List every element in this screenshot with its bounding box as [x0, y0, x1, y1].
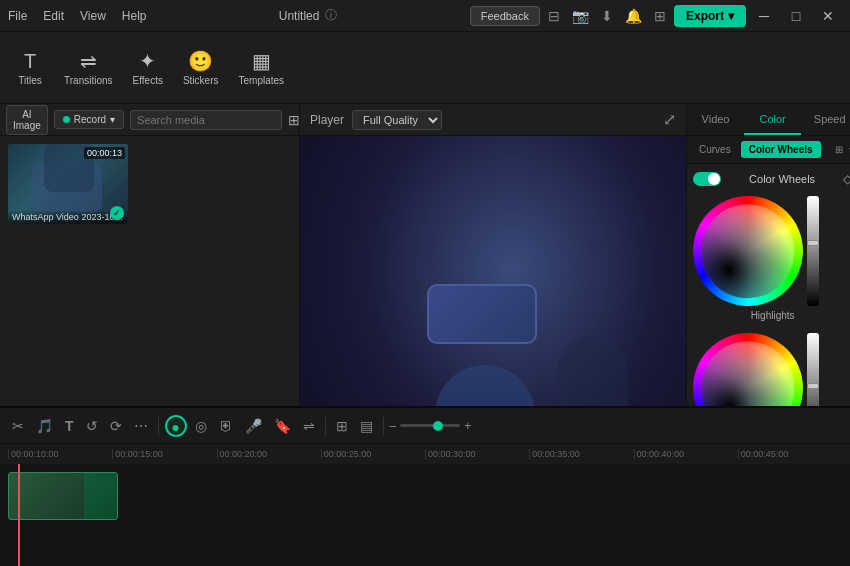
highlights-wheel-wrap	[693, 196, 850, 306]
stickers-label: Stickers	[183, 75, 219, 86]
zoom-slider[interactable]	[400, 424, 460, 427]
record-dot-icon	[63, 116, 70, 123]
toolbar-effects[interactable]: ✦ Effects	[125, 43, 171, 92]
timeline-section: ✂ 🎵 T ↺ ⟳ ⋯ ● ◎ ⛨ 🎤 🔖 ⇌ ⊞ ▤ – + 00:00:10…	[0, 406, 850, 566]
menu-view[interactable]: View	[80, 9, 106, 23]
tab-color[interactable]: Color	[744, 104, 801, 135]
toolbar-icon-3[interactable]: ⬇	[601, 8, 613, 24]
export-chevron-icon: ▾	[728, 9, 734, 23]
zoom-control: – +	[390, 419, 472, 433]
tl-connect-icon[interactable]: ⇌	[299, 416, 319, 436]
tl-bookmark-icon[interactable]: 🔖	[270, 416, 295, 436]
ruler-mark-1: 00:00:15:00	[112, 449, 216, 459]
stickers-icon: 🙂	[188, 49, 213, 73]
templates-icon: ▦	[252, 49, 271, 73]
tl-rotate-icon[interactable]: ↺	[82, 416, 102, 436]
record-button[interactable]: Record ▾	[54, 110, 124, 129]
export-button[interactable]: Export ▾	[674, 5, 746, 27]
highlights-slider-thumb	[807, 240, 819, 246]
search-media-input[interactable]	[130, 110, 282, 130]
effects-icon: ✦	[139, 49, 156, 73]
toolbar-icon-2[interactable]: 📷	[572, 8, 589, 24]
highlights-wheel-item: Highlights	[693, 196, 850, 321]
ruler-mark-0: 00:00:10:00	[8, 449, 112, 459]
player-label: Player	[310, 113, 344, 127]
export-label: Export	[686, 9, 724, 23]
toolbar-icon-5[interactable]: ⊞	[654, 8, 666, 24]
info-icon: ⓘ	[325, 7, 337, 24]
highlights-label: Highlights	[693, 310, 850, 321]
zoom-plus-icon[interactable]: +	[464, 419, 471, 433]
app-title-area: Untitled ⓘ	[279, 7, 338, 24]
ruler-mark-5: 00:00:35:00	[529, 449, 633, 459]
tl-divider-2	[325, 417, 326, 435]
thumb-check-icon: ✓	[110, 206, 124, 220]
close-button[interactable]: ✕	[814, 5, 842, 27]
titlebar: File Edit View Help Untitled ⓘ Feedback …	[0, 0, 850, 32]
tl-record-icon[interactable]: ●	[165, 415, 187, 437]
highlights-slider[interactable]	[807, 196, 819, 306]
titles-label: Titles	[18, 75, 42, 86]
timeline-tracks	[0, 464, 850, 566]
tl-audio-icon[interactable]: 🎵	[32, 416, 57, 436]
toolbar-icon-4[interactable]: 🔔	[625, 8, 642, 24]
tl-more-icon[interactable]: ⋯	[130, 416, 152, 436]
tl-snapshot-icon[interactable]: ◎	[191, 416, 211, 436]
color-sub-tabs: Curves Color Wheels ⊞ ▾	[687, 136, 850, 164]
ruler-mark-6: 00:00:40:00	[634, 449, 738, 459]
toolbar-titles[interactable]: T Titles	[8, 44, 52, 92]
minimize-button[interactable]: ─	[750, 5, 778, 27]
tl-grid-icon[interactable]: ⊞	[332, 416, 352, 436]
media-bar: AI Image Record ▾ ⊞ ⋯	[0, 104, 299, 136]
menu-bar: File Edit View Help	[8, 9, 147, 23]
player-bar: Player Full Quality ⤢	[300, 104, 686, 136]
tab-speed[interactable]: Speed	[801, 104, 850, 135]
ai-image-button[interactable]: AI Image	[6, 105, 48, 135]
layout-icon[interactable]: ⊞	[835, 144, 843, 155]
app-title: Untitled	[279, 9, 320, 23]
timeline-ruler: 00:00:10:00 00:00:15:00 00:00:20:00 00:0…	[0, 444, 850, 464]
record-label: Record	[74, 114, 106, 125]
tl-divider-1	[158, 417, 159, 435]
tl-mic-icon[interactable]: 🎤	[241, 416, 266, 436]
transitions-label: Transitions	[64, 75, 113, 86]
zoom-minus-icon[interactable]: –	[390, 419, 397, 433]
toolbar-templates[interactable]: ▦ Templates	[231, 43, 293, 92]
quality-select[interactable]: Full Quality	[352, 110, 442, 130]
highlights-color-wheel[interactable]	[693, 196, 803, 306]
toolbar-stickers[interactable]: 🙂 Stickers	[175, 43, 227, 92]
toolbar: T Titles ⇌ Transitions ✦ Effects 🙂 Stick…	[0, 32, 850, 104]
tl-text-icon[interactable]: T	[61, 416, 78, 436]
tl-divider-3	[383, 417, 384, 435]
tl-shield-icon[interactable]: ⛨	[215, 416, 237, 436]
ruler-mark-4: 00:00:30:00	[425, 449, 529, 459]
tl-layout-icon[interactable]: ▤	[356, 416, 377, 436]
color-wheels-wand-icon[interactable]: ◇	[843, 172, 850, 186]
tl-speed-icon[interactable]: ⟳	[106, 416, 126, 436]
ruler-mark-7: 00:00:45:00	[738, 449, 842, 459]
menu-help[interactable]: Help	[122, 9, 147, 23]
transitions-icon: ⇌	[80, 49, 97, 73]
tl-cut-icon[interactable]: ✂	[8, 416, 28, 436]
window-controls: Feedback ⊟ 📷 ⬇ 🔔 ⊞ Export ▾ ─ □ ✕	[470, 5, 842, 27]
tab-color-wheels[interactable]: Color Wheels	[741, 141, 821, 158]
media-thumbnail[interactable]: 00:00:13 WhatsApp Video 2023-10-05... ✓	[8, 144, 128, 224]
menu-edit[interactable]: Edit	[43, 9, 64, 23]
tab-video[interactable]: Video	[687, 104, 744, 135]
color-wheels-toggle[interactable]	[693, 172, 721, 186]
effects-label: Effects	[133, 75, 163, 86]
maximize-button[interactable]: □	[782, 5, 810, 27]
color-wheels-header: Color Wheels ◇	[693, 170, 850, 188]
toolbar-icon-1[interactable]: ⊟	[548, 8, 560, 24]
timeline-clip[interactable]	[8, 472, 118, 520]
filter-icon[interactable]: ⊞	[288, 112, 300, 128]
templates-label: Templates	[239, 75, 285, 86]
wheel-dark-highlight	[701, 204, 795, 298]
tab-curves[interactable]: Curves	[691, 141, 739, 158]
menu-file[interactable]: File	[8, 9, 27, 23]
player-expand-icon[interactable]: ⤢	[663, 110, 676, 129]
toolbar-transitions[interactable]: ⇌ Transitions	[56, 43, 121, 92]
feedback-button[interactable]: Feedback	[470, 6, 540, 26]
color-wheels-title: Color Wheels	[749, 173, 815, 185]
playhead	[18, 464, 20, 566]
